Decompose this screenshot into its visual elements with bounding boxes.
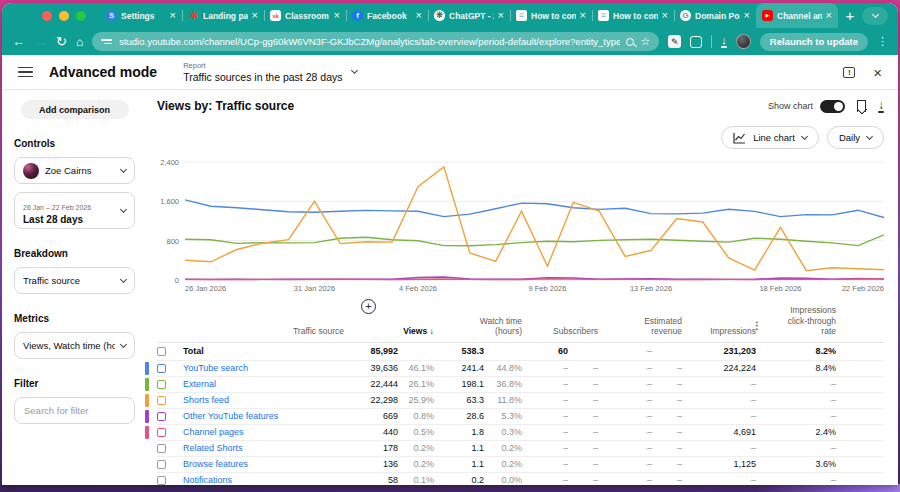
row-checkbox[interactable]: [157, 428, 166, 437]
row-checkbox[interactable]: [157, 412, 166, 421]
granularity-selector[interactable]: Daily: [827, 126, 884, 149]
browser-menu-icon[interactable]: ⋮: [877, 36, 888, 47]
show-chart-toggle[interactable]: [820, 100, 845, 113]
row-checkbox[interactable]: [157, 380, 166, 389]
close-window-button[interactable]: [42, 11, 52, 21]
column-header-impressions[interactable]: Impressions: [682, 326, 756, 337]
relaunch-button[interactable]: Relaunch to update: [760, 33, 868, 51]
add-metric-column-button[interactable]: +: [361, 299, 376, 314]
reload-button[interactable]: ↻: [56, 35, 67, 48]
traffic-source-link[interactable]: Notifications: [183, 475, 344, 485]
column-header-subscribers[interactable]: Subscribers: [522, 326, 598, 337]
browser-tab[interactable]: ✱Landing pag×: [182, 3, 264, 28]
browser-tab[interactable]: skClassroom×: [264, 3, 346, 28]
traffic-source-link[interactable]: Channel pages: [183, 427, 344, 437]
tab-close-icon[interactable]: ×: [662, 10, 668, 21]
table-row[interactable]: Notifications580.1%0.20.0%––––––: [157, 473, 884, 485]
traffic-source-link[interactable]: Other YouTube features: [183, 411, 344, 421]
table-row[interactable]: Other YouTube features6690.8%28.65.3%–––…: [157, 409, 884, 425]
table-row[interactable]: YouTube search39,63646.1%241.444.8%––––2…: [157, 361, 884, 377]
home-button[interactable]: ⌂: [76, 36, 83, 48]
row-color-strip: [145, 378, 149, 391]
chart-type-selector[interactable]: Line chart: [721, 126, 819, 149]
column-header-impressions-ctr[interactable]: Impressions click-through rate: [756, 305, 836, 337]
save-report-icon[interactable]: [857, 100, 866, 112]
address-bar[interactable]: studio.youtube.com/channel/UCp-gg60kW6VN…: [92, 32, 659, 51]
x-tick-label: 31 Jan 2026: [294, 284, 335, 293]
tab-close-icon[interactable]: ×: [498, 10, 504, 21]
tab-close-icon[interactable]: ×: [826, 10, 832, 21]
browser-tab[interactable]: fFacebook×: [346, 3, 428, 28]
row-checkbox[interactable]: [157, 396, 166, 405]
traffic-source-link[interactable]: Browse features: [183, 459, 344, 469]
report-label: Report: [183, 61, 342, 70]
breakdown-selector[interactable]: Traffic source: [14, 267, 135, 294]
search-icon[interactable]: [626, 38, 634, 46]
tab-close-icon[interactable]: ×: [580, 10, 586, 21]
menu-icon[interactable]: [18, 67, 33, 78]
chevron-down-icon: [120, 165, 127, 172]
row-checkbox[interactable]: [157, 460, 166, 469]
tab-close-icon[interactable]: ×: [252, 10, 258, 21]
traffic-source-link[interactable]: External: [183, 379, 344, 389]
table-row[interactable]: Browse features1360.2%1.10.2%––––1,1253.…: [157, 457, 884, 473]
column-header-estimated-revenue[interactable]: Estimated revenue: [598, 316, 682, 337]
report-selector[interactable]: Report Traffic sources in the past 28 da…: [183, 61, 357, 83]
add-comparison-button[interactable]: Add comparison: [21, 100, 129, 119]
column-options-icon[interactable]: ⋮: [752, 321, 762, 331]
table-row[interactable]: Total85,992538.360–231,2038.2%: [157, 343, 884, 361]
forward-button[interactable]: →: [34, 35, 47, 48]
filter-search-input[interactable]: [14, 397, 135, 424]
tab-close-icon[interactable]: ×: [744, 10, 750, 21]
new-tab-button[interactable]: +: [838, 4, 862, 28]
column-header-traffic-source[interactable]: Traffic source: [183, 326, 344, 337]
browser-tab[interactable]: SSettings×: [100, 3, 182, 28]
facebook-favicon-icon: f: [352, 10, 363, 21]
row-checkbox[interactable]: [157, 476, 166, 485]
cell-imp: –: [682, 443, 756, 453]
traffic-source-link[interactable]: Related Shorts: [183, 443, 344, 453]
tab-close-icon[interactable]: ×: [170, 10, 176, 21]
channel-selector[interactable]: Zoe Cairns: [14, 157, 135, 184]
tab-title: Classroom: [285, 11, 330, 21]
column-header-views[interactable]: Views ↓: [344, 326, 434, 337]
browser-tab[interactable]: ▶Channel ana×: [756, 3, 838, 28]
table-row[interactable]: Shorts feed22,29825.9%63.311.8%––––––: [157, 393, 884, 409]
table-row[interactable]: External22,44426.1%198.136.8%––––––: [157, 377, 884, 393]
date-range-selector[interactable]: 26 Jan – 22 Feb 2026 Last 28 days: [14, 192, 135, 229]
profile-avatar[interactable]: [736, 34, 751, 49]
extension-pen-icon[interactable]: ✎: [668, 35, 681, 48]
traffic-source-link[interactable]: Shorts feed: [183, 395, 344, 405]
row-checkbox[interactable]: [157, 444, 166, 453]
feedback-icon[interactable]: !: [843, 67, 855, 78]
table-row[interactable]: Channel pages4400.5%1.80.3%––––4,6912.4%: [157, 425, 884, 441]
browser-tab[interactable]: ❋ChatGPT - 2×: [428, 3, 510, 28]
download-report-icon[interactable]: ↓: [878, 99, 884, 113]
row-checkbox[interactable]: [157, 364, 166, 373]
site-settings-icon[interactable]: [101, 37, 113, 47]
cell-imp: –: [682, 379, 756, 389]
tab-close-icon[interactable]: ×: [334, 10, 340, 21]
downloads-icon[interactable]: ↓: [721, 35, 727, 48]
row-checkbox[interactable]: [157, 347, 166, 356]
browser-tab[interactable]: ≡How to conn×: [592, 3, 674, 28]
total-label: Total: [183, 346, 344, 356]
traffic-source-link[interactable]: YouTube search: [183, 363, 344, 373]
close-analytics-button[interactable]: ×: [873, 65, 882, 80]
table-row[interactable]: Related Shorts1780.2%1.10.2%––––––: [157, 441, 884, 457]
cell-spct: –: [568, 427, 598, 437]
back-button[interactable]: ←: [12, 35, 25, 48]
bookmark-star-icon[interactable]: ☆: [640, 36, 650, 47]
chart-plot-area[interactable]: [185, 158, 884, 282]
cell-wpct: 44.8%: [484, 363, 522, 373]
column-header-watch-time[interactable]: Watch time (hours): [434, 316, 522, 337]
browser-tab[interactable]: ≡How to conn×: [510, 3, 592, 28]
browser-tab[interactable]: GDomain Port×: [674, 3, 756, 28]
minimize-window-button[interactable]: [59, 11, 69, 21]
report-value: Traffic sources in the past 28 days: [183, 71, 342, 83]
fullscreen-window-button[interactable]: [76, 11, 86, 21]
tab-search-button[interactable]: [862, 7, 888, 25]
metrics-selector[interactable]: Views, Watch time (ho...: [14, 332, 135, 359]
extension-clipboard-icon[interactable]: [690, 36, 702, 48]
tab-close-icon[interactable]: ×: [416, 10, 422, 21]
